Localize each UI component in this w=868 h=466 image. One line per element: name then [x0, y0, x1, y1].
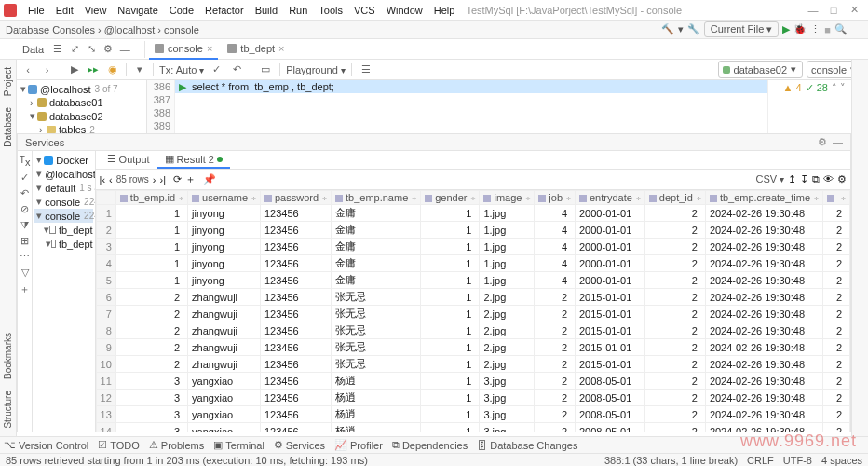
stripe-bookmarks[interactable]: Bookmarks — [3, 333, 13, 379]
bottombar-services[interactable]: ⚙Services — [274, 439, 325, 451]
gear-icon[interactable]: ⚙ — [837, 173, 847, 185]
menu-window[interactable]: Window — [381, 3, 428, 18]
table-row[interactable]: 31jinyong123456金庸11.jpg42000-01-0122024-… — [96, 239, 849, 255]
service-node-tb_dept[interactable]: ▾tb_dept — [34, 223, 92, 237]
search-icon[interactable]: 🔍 — [834, 23, 848, 35]
table-row[interactable]: 113yangxiao123456杨逍13.jpg22008-05-012202… — [96, 373, 849, 390]
commit-icon[interactable]: ✓ — [208, 62, 224, 78]
table-row[interactable]: 123yangxiao123456杨逍13.jpg22008-05-012202… — [96, 390, 849, 406]
csv-label[interactable]: CSV ▾ — [756, 173, 784, 185]
run-config[interactable]: Current File ▾ — [704, 21, 780, 37]
col-tb_emp.create_time[interactable]: tb_emp.create_time÷ — [705, 191, 822, 205]
gear-icon[interactable]: ⚙ — [818, 136, 827, 148]
menu-code[interactable]: Code — [164, 3, 199, 18]
tab-output[interactable]: ☰ Output — [100, 151, 157, 169]
chevron-down-icon[interactable]: ▾ — [132, 62, 147, 78]
group-icon[interactable]: ⊞ — [20, 235, 29, 247]
service-node-default[interactable]: ▾default1 s 34 ms — [34, 181, 92, 195]
reload-icon[interactable]: ⟳ — [173, 173, 182, 185]
maximize-button[interactable]: □ — [823, 5, 844, 16]
table-row[interactable]: 21jinyong123456金庸11.jpg42000-01-0122024-… — [96, 222, 849, 239]
debug-button[interactable]: 🐞 — [793, 23, 807, 35]
filter2-icon[interactable]: ▽ — [21, 267, 29, 279]
commit-icon[interactable]: ✓ — [20, 171, 29, 184]
menu-help[interactable]: Help — [428, 3, 461, 18]
tree-node-tables[interactable]: ›tables2 — [19, 123, 144, 133]
rollback-icon[interactable]: ↶ — [228, 62, 245, 78]
rollback-icon[interactable]: ↶ — [20, 187, 29, 199]
collapse-icon[interactable]: ⤡ — [83, 41, 100, 58]
bottombar-profiler[interactable]: 📈Profiler — [334, 439, 383, 451]
status-item[interactable]: 4 spaces — [821, 455, 862, 466]
first-icon[interactable]: |‹ — [100, 174, 106, 185]
hide-icon[interactable]: — — [833, 136, 843, 148]
menu-view[interactable]: View — [79, 3, 113, 18]
execute-icon[interactable]: ▸▸ — [86, 62, 101, 78]
eye-icon[interactable]: 👁 — [823, 173, 834, 185]
menu-build[interactable]: Build — [250, 3, 283, 18]
prev-icon[interactable]: ‹ — [109, 174, 113, 185]
expand-icon[interactable]: ⤢ — [66, 41, 83, 58]
data-grid[interactable]: tb_emp.id÷username÷password÷tb_emp.name÷… — [96, 190, 850, 432]
service-node-Docker[interactable]: ▾Docker — [34, 153, 92, 167]
stripe-project[interactable]: Project — [3, 67, 13, 96]
cancel-icon[interactable]: ▭ — [257, 62, 274, 78]
table-row[interactable]: 92zhangwuji123456张无忌12.jpg22015-01-01220… — [96, 339, 849, 356]
prev-icon[interactable]: ‹ — [20, 62, 35, 78]
next-icon[interactable]: › — [153, 174, 156, 185]
menu-tools[interactable]: Tools — [313, 3, 348, 18]
bottombar-version-control[interactable]: ⌥Version Control — [4, 439, 88, 451]
import-icon[interactable]: ↧ — [800, 173, 808, 185]
menu-vcs[interactable]: VCS — [348, 3, 381, 18]
table-row[interactable]: 72zhangwuji123456张无忌12.jpg22015-01-01220… — [96, 306, 849, 322]
close-icon[interactable]: ⊘ — [20, 203, 29, 215]
service-node-console[interactable]: ▾console224 ms — [34, 209, 92, 223]
output-icon[interactable]: ☰ — [49, 41, 66, 58]
compare-icon[interactable]: ⧉ — [812, 173, 820, 185]
filter-icon[interactable]: ⧩ — [20, 219, 29, 231]
hide-icon[interactable]: — — [116, 41, 133, 58]
menu-edit[interactable]: Edit — [50, 3, 79, 18]
export-icon[interactable]: ↥ — [788, 173, 796, 185]
table-row[interactable]: 11jinyong123456金庸11.jpg42000-01-0122024-… — [96, 205, 849, 222]
tree-root[interactable]: ▾@localhost3 of 7 — [19, 82, 144, 96]
breadcrumb-item[interactable]: console — [164, 24, 199, 35]
col-tb_emp.name[interactable]: tb_emp.name÷ — [332, 191, 421, 205]
status-item[interactable]: UTF-8 — [783, 455, 812, 466]
tab-tb_dept[interactable]: tb_dept× — [222, 39, 290, 60]
table-row[interactable]: 143yangxiao123456杨逍13.jpg22008-05-012202… — [96, 423, 849, 433]
tree-node-database02[interactable]: ▾database02 — [19, 109, 144, 123]
status-item[interactable]: 388:1 (33 chars, 1 line break) — [604, 455, 738, 466]
table-row[interactable]: 51jinyong123456金庸11.jpg42000-01-0122024-… — [96, 272, 849, 289]
more-icon[interactable]: ⋮ — [810, 23, 821, 35]
database-chip[interactable]: database02▾ — [718, 61, 804, 78]
menu-refactor[interactable]: Refactor — [199, 3, 250, 18]
wrench-icon[interactable]: 🔧 — [687, 23, 700, 35]
next-icon[interactable]: › — [39, 62, 54, 78]
close-tab-icon[interactable]: × — [207, 43, 212, 54]
col-entrydate[interactable]: entrydate÷ — [576, 191, 645, 205]
table-row[interactable]: 102zhangwuji123456张无忌12.jpg22015-01-0122… — [96, 356, 849, 373]
rows-count[interactable]: 85 rows — [116, 174, 149, 185]
add-icon[interactable]: ＋ — [20, 282, 30, 296]
close-window-button[interactable]: ✕ — [844, 4, 864, 16]
tx-mode[interactable]: Tx: Auto ▾ — [159, 64, 204, 75]
stripe-database[interactable]: Database — [3, 107, 13, 147]
ok-indicator[interactable]: ✓ 28 — [806, 82, 828, 94]
col-job[interactable]: job÷ — [535, 191, 576, 205]
col-[interactable]: ÷ — [823, 191, 850, 205]
menu-navigate[interactable]: Navigate — [112, 3, 163, 18]
menu-file[interactable]: File — [22, 3, 50, 18]
service-node-@localhost[interactable]: ▾@localhost — [34, 167, 92, 181]
playground-mode[interactable]: Playground ▾ — [286, 64, 345, 75]
tree-icon[interactable]: ⋯ — [20, 251, 30, 263]
breadcrumb-item[interactable]: @localhost — [104, 24, 156, 35]
gear-icon[interactable]: ⚙ — [100, 41, 116, 58]
code-area[interactable]: ▶select * from tb_emp , tb_dept; — [175, 80, 767, 133]
col-dept_id[interactable]: dept_id÷ — [644, 191, 705, 205]
close-tab-icon[interactable]: × — [278, 43, 284, 54]
table-row[interactable]: 133yangxiao123456杨逍13.jpg22008-05-012202… — [96, 406, 849, 423]
last-icon[interactable]: ›| — [159, 174, 166, 185]
table-row[interactable]: 82zhangwuji123456张无忌12.jpg22015-01-01220… — [96, 322, 849, 339]
col-username[interactable]: username÷ — [188, 191, 261, 205]
